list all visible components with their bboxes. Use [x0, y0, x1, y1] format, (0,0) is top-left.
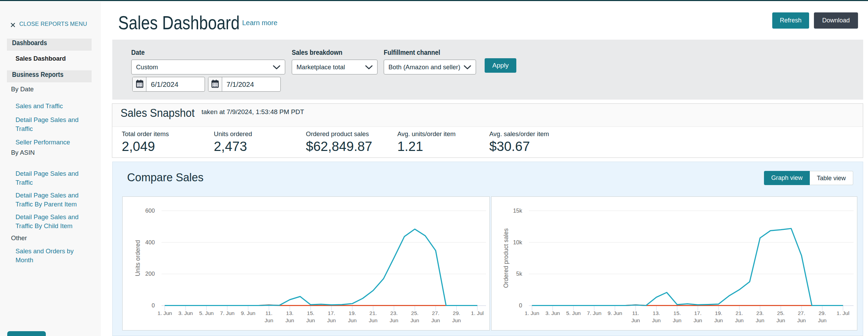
svg-text:25.: 25.	[411, 310, 418, 316]
svg-text:17.: 17.	[328, 310, 335, 316]
svg-text:23.: 23.	[756, 310, 764, 316]
svg-text:19.: 19.	[715, 310, 722, 316]
svg-text:3. Jun: 3. Jun	[178, 310, 193, 316]
svg-text:11.: 11.	[632, 310, 639, 316]
svg-text:27.: 27.	[798, 310, 805, 316]
svg-text:7. Jun: 7. Jun	[220, 310, 234, 316]
svg-text:Jun: Jun	[714, 317, 723, 323]
svg-text:21.: 21.	[736, 310, 743, 316]
svg-text:Units ordered: Units ordered	[134, 240, 141, 276]
svg-text:21.: 21.	[369, 310, 377, 316]
svg-text:17.: 17.	[694, 310, 702, 316]
svg-text:0: 0	[519, 302, 522, 308]
svg-text:Jun: Jun	[797, 317, 806, 323]
svg-text:5k: 5k	[516, 271, 523, 277]
svg-text:Jun: Jun	[452, 317, 461, 323]
svg-text:Jun: Jun	[327, 317, 335, 323]
svg-text:23.: 23.	[390, 310, 398, 316]
svg-text:Jun: Jun	[410, 317, 419, 323]
svg-text:5. Jun: 5. Jun	[566, 310, 581, 316]
svg-text:1. Jul: 1. Jul	[471, 310, 484, 316]
svg-text:1. Jun: 1. Jun	[157, 310, 172, 316]
svg-text:Jun: Jun	[673, 317, 681, 323]
svg-text:13.: 13.	[286, 310, 293, 316]
svg-text:27.: 27.	[432, 310, 440, 316]
svg-text:Jun: Jun	[369, 317, 377, 323]
svg-text:0: 0	[152, 302, 155, 308]
svg-text:Jun: Jun	[306, 317, 315, 323]
svg-text:29.: 29.	[818, 310, 826, 316]
svg-text:Jun: Jun	[285, 317, 294, 323]
svg-text:600: 600	[145, 207, 155, 214]
svg-text:Jun: Jun	[631, 317, 640, 323]
svg-text:25.: 25.	[777, 310, 785, 316]
svg-text:11.: 11.	[265, 310, 272, 316]
svg-text:15.: 15.	[673, 310, 681, 316]
svg-text:10k: 10k	[513, 239, 522, 245]
svg-text:Jun: Jun	[265, 317, 273, 323]
svg-text:7. Jun: 7. Jun	[587, 310, 601, 316]
svg-text:19.: 19.	[349, 310, 356, 316]
svg-text:3. Jun: 3. Jun	[545, 310, 560, 316]
svg-text:Jun: Jun	[756, 317, 764, 323]
svg-text:Jun: Jun	[348, 317, 356, 323]
svg-text:1. Jul: 1. Jul	[837, 310, 849, 316]
svg-text:9. Jun: 9. Jun	[608, 310, 622, 316]
svg-text:15.: 15.	[307, 310, 314, 316]
svg-text:1. Jun: 1. Jun	[525, 310, 539, 316]
svg-text:Jun: Jun	[818, 317, 827, 323]
svg-text:Jun: Jun	[694, 317, 702, 323]
svg-text:29.: 29.	[453, 310, 460, 316]
svg-text:9. Jun: 9. Jun	[241, 310, 255, 316]
svg-text:200: 200	[145, 271, 155, 277]
svg-text:15k: 15k	[513, 207, 522, 214]
svg-text:Jun: Jun	[776, 317, 785, 323]
svg-text:Ordered product sales: Ordered product sales	[503, 228, 509, 288]
svg-text:13.: 13.	[653, 310, 660, 316]
svg-text:Jun: Jun	[390, 317, 398, 323]
svg-text:Jun: Jun	[652, 317, 661, 323]
svg-text:5. Jun: 5. Jun	[199, 310, 214, 316]
svg-text:Jun: Jun	[735, 317, 744, 323]
svg-text:400: 400	[145, 239, 155, 245]
svg-text:Jun: Jun	[431, 317, 440, 323]
